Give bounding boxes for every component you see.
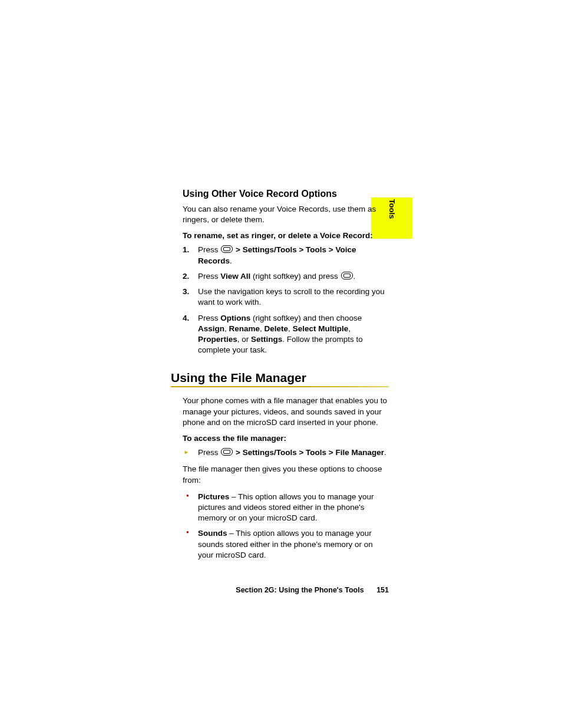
step-text: , or: [237, 335, 251, 344]
subheading-voice-record-options: Using Other Voice Record Options: [183, 189, 389, 199]
step-text: Press: [198, 448, 220, 457]
label-view-all: View All: [220, 272, 250, 281]
label-delete: Delete: [265, 324, 289, 333]
footer-section: Section 2G: Using the Phone's Tools: [236, 586, 363, 594]
page-footer: Section 2G: Using the Phone's Tools 151: [171, 586, 389, 594]
section-heading-file-manager: Using the File Manager: [171, 371, 389, 387]
step-path: > Settings/Tools > Tools > File Manager: [233, 448, 384, 457]
step-2: 2. Press View All (right softkey) and pr…: [183, 271, 389, 282]
step-text: Press: [198, 314, 220, 322]
step-3: 3. Use the navigation keys to scroll to …: [183, 286, 389, 308]
page-content: Using Other Voice Record Options You can…: [171, 189, 389, 566]
option-label: Pictures: [198, 492, 229, 501]
step-text: (right softkey) and press: [250, 272, 340, 281]
ok-key-icon: [221, 448, 233, 456]
step-text: (right softkey) and then choose: [250, 314, 362, 322]
step-text: Use the navigation keys to scroll to the…: [198, 287, 385, 307]
step-text: .: [353, 272, 356, 281]
file-manager-intro: Your phone comes with a file manager tha…: [183, 396, 389, 428]
label-options: Options: [220, 314, 250, 322]
step-text: ,: [224, 324, 229, 333]
step-text: Press: [198, 245, 220, 254]
arrow-step: Press > Settings/Tools > Tools > File Ma…: [183, 447, 389, 458]
label-select-multiple: Select Multiple: [293, 324, 349, 333]
option-label: Sounds: [198, 529, 227, 538]
step-number: 4.: [183, 313, 189, 324]
intro-paragraph: You can also rename your Voice Records, …: [183, 204, 389, 225]
step-text: ,: [260, 324, 265, 333]
footer-page-number: 151: [376, 586, 389, 594]
options-list: Pictures – This option allows you to man…: [183, 492, 389, 561]
label-assign: Assign: [198, 324, 224, 333]
ok-key-icon: [341, 272, 353, 279]
step-number: 1.: [183, 245, 189, 255]
file-manager-after: The file manager then gives you these op…: [183, 464, 389, 485]
step-text: .: [230, 256, 232, 265]
step-text: Press: [198, 272, 220, 281]
step-text: ,: [288, 324, 293, 333]
procedure-steps: 1. Press > Settings/Tools > Tools > Voic…: [183, 245, 389, 355]
section-body: Your phone comes with a file manager tha…: [183, 396, 389, 561]
procedure-lead: To rename, set as ringer, or delete a Vo…: [183, 231, 389, 240]
arrow-list: Press > Settings/Tools > Tools > File Ma…: [183, 447, 389, 458]
step-4: 4. Press Options (right softkey) and the…: [183, 313, 389, 356]
option-sounds: Sounds – This option allows you to manag…: [183, 528, 389, 561]
label-settings: Settings: [251, 335, 282, 344]
step-text: ,: [348, 324, 351, 333]
label-rename: Rename: [229, 324, 260, 333]
ok-key-icon: [221, 245, 233, 253]
step-number: 2.: [183, 271, 189, 282]
step-number: 3.: [183, 286, 189, 297]
option-pictures: Pictures – This option allows you to man…: [183, 492, 389, 524]
step-1: 1. Press > Settings/Tools > Tools > Voic…: [183, 245, 389, 266]
file-manager-lead: To access the file manager:: [183, 434, 389, 443]
step-text: .: [384, 448, 386, 457]
label-properties: Properties: [198, 335, 237, 344]
